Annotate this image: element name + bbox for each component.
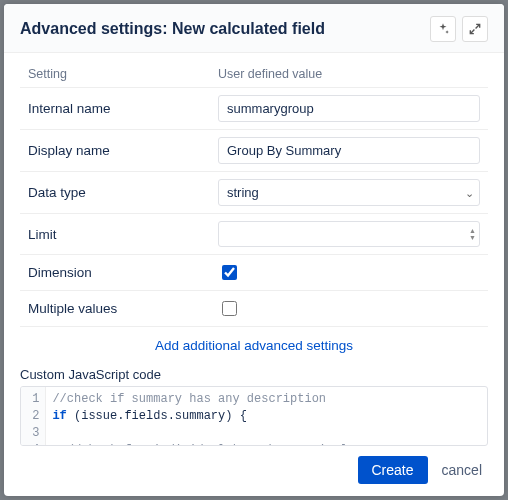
label-internal-name: Internal name — [20, 88, 210, 130]
row-multiple-values: Multiple values — [20, 291, 488, 327]
row-dimension: Dimension — [20, 255, 488, 291]
col-value: User defined value — [210, 57, 488, 88]
advanced-settings-modal: Advanced settings: New calculated field … — [4, 4, 504, 496]
checkbox-dimension[interactable] — [222, 265, 237, 280]
expand-icon-button[interactable] — [462, 16, 488, 42]
create-button[interactable]: Create — [358, 456, 428, 484]
modal-footer: Create cancel — [4, 446, 504, 496]
settings-table: Setting User defined value Internal name… — [20, 57, 488, 327]
code-editor[interactable]: 1 2 3 4 5 6 7 8 9 10 11 12 //check if su… — [20, 386, 488, 446]
expand-icon — [468, 22, 482, 36]
col-setting: Setting — [20, 57, 210, 88]
code-content: //check if summary has any description i… — [46, 387, 487, 445]
input-display-name[interactable]: Group By Summary — [218, 137, 480, 164]
code-section-label: Custom JavaScript code — [20, 367, 488, 382]
row-data-type: Data type string ⌄ — [20, 172, 488, 214]
select-data-type[interactable]: string — [218, 179, 480, 206]
code-gutter: 1 2 3 4 5 6 7 8 9 10 11 12 — [21, 387, 46, 445]
modal-header: Advanced settings: New calculated field — [4, 4, 504, 53]
row-display-name: Display name Group By Summary — [20, 130, 488, 172]
sparkle-icon — [436, 22, 450, 36]
row-internal-name: Internal name summarygroup — [20, 88, 488, 130]
input-internal-name[interactable]: summarygroup — [218, 95, 480, 122]
modal-title: Advanced settings: New calculated field — [20, 20, 430, 38]
label-limit: Limit — [20, 214, 210, 255]
label-display-name: Display name — [20, 130, 210, 172]
label-dimension: Dimension — [20, 255, 210, 291]
label-multiple: Multiple values — [20, 291, 210, 327]
stepper-icon[interactable]: ▲▼ — [469, 227, 476, 241]
row-limit: Limit ▲▼ — [20, 214, 488, 255]
label-data-type: Data type — [20, 172, 210, 214]
add-advanced-settings-link[interactable]: Add additional advanced settings — [155, 338, 353, 353]
input-limit[interactable] — [218, 221, 480, 247]
sparkle-icon-button[interactable] — [430, 16, 456, 42]
cancel-button[interactable]: cancel — [436, 461, 488, 479]
checkbox-multiple[interactable] — [222, 301, 237, 316]
